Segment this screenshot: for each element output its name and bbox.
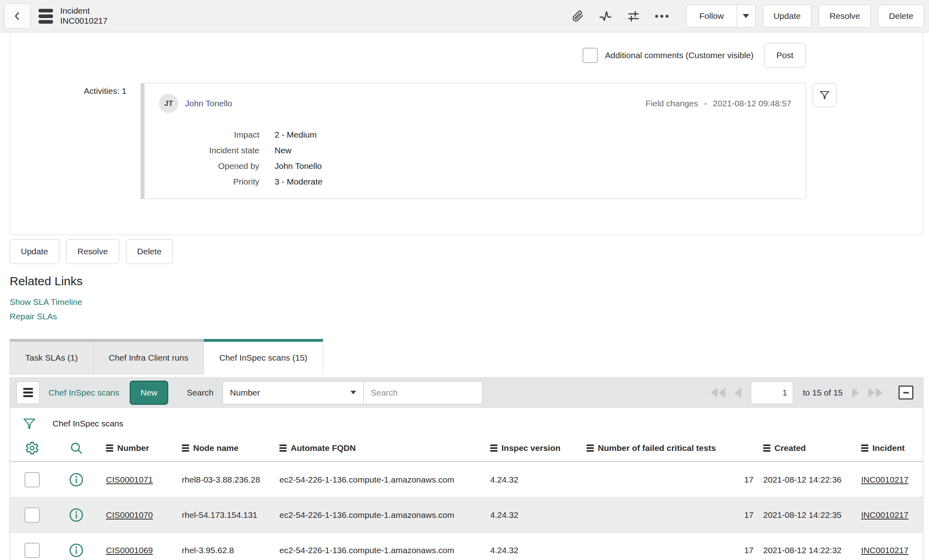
breadcrumb-all-label[interactable]: Chef InSpec scans <box>53 419 123 428</box>
funnel-icon <box>819 89 830 101</box>
incident-link[interactable]: INC0010217 <box>861 475 909 484</box>
follow-split-button: Follow <box>686 4 756 28</box>
list-pagination: to 15 of 15 <box>711 381 913 404</box>
inspec-version-cell: 4.24.32 <box>481 475 581 485</box>
activity-meta: Field changes • 2021-08-12 09:48:57 <box>646 99 791 108</box>
row-checkbox[interactable] <box>24 472 40 487</box>
automate-fqdn-cell: ec2-54-226-1-136.compute-1.amazonaws.com <box>275 510 481 520</box>
list-toolbar: Chef InSpec scans New Search Number to 1… <box>10 378 923 408</box>
inspec-version-cell: 4.24.32 <box>481 546 581 555</box>
first-page-button[interactable] <box>711 388 725 398</box>
incident-form-section: Additional comments (Customer visible) P… <box>10 32 923 235</box>
additional-comments-checkbox[interactable] <box>583 48 598 63</box>
personalize-list-gear-icon[interactable] <box>10 441 54 455</box>
filter-funnel-icon[interactable] <box>22 416 37 431</box>
meta-separator-dot: • <box>705 100 707 107</box>
row-info-icon[interactable] <box>54 507 98 523</box>
search-field-select[interactable]: Number <box>222 381 364 404</box>
list-header-row: Number Node name Automate FQDN Inspec ve… <box>10 435 923 462</box>
field-changes-list: Impact 2 - Medium Incident state New Ope… <box>159 130 791 187</box>
related-links-section: Related Links Show SLA Timeline Repair S… <box>10 274 929 321</box>
chef-inspec-scans-panel: Chef InSpec scans New Search Number to 1… <box>10 377 923 560</box>
field-value: 3 - Moderate <box>275 177 322 187</box>
search-label: Search <box>187 388 214 398</box>
row-checkbox[interactable] <box>24 507 40 523</box>
tab-task-slas[interactable]: Task SLAs (1) <box>10 339 94 374</box>
automate-fqdn-cell: ec2-54-226-1-136.compute-1.amazonaws.com <box>275 475 481 485</box>
new-button[interactable]: New <box>130 381 168 405</box>
header-delete-button[interactable]: Delete <box>878 4 924 28</box>
column-header-failed-critical-tests[interactable]: Number of failed critical tests <box>581 443 758 453</box>
list-breadcrumb-row: Chef InSpec scans <box>10 408 923 435</box>
scan-number-link[interactable]: CIS0001071 <box>106 475 153 484</box>
activity-filter-button[interactable] <box>813 83 837 107</box>
tab-chef-inspec-scans[interactable]: Chef InSpec scans (15) <box>204 339 323 374</box>
update-button[interactable]: Update <box>10 239 59 264</box>
table-row: CIS0001069 rhel-3.95.62.8 ec2-54-226-1-1… <box>10 533 923 560</box>
resolve-button[interactable]: Resolve <box>66 239 119 264</box>
search-field-selected-value: Number <box>230 388 260 398</box>
field-change-row: Opened by John Tonello <box>159 161 791 171</box>
last-page-button[interactable] <box>868 388 882 398</box>
scan-number-link[interactable]: CIS0001069 <box>106 546 153 555</box>
column-menu-icon <box>106 444 113 452</box>
column-header-number[interactable]: Number <box>98 443 172 453</box>
previous-page-button[interactable] <box>735 388 741 398</box>
pagination-range-text: to 15 of 15 <box>803 388 843 398</box>
back-button[interactable] <box>4 3 31 29</box>
next-page-button[interactable] <box>852 388 859 398</box>
row-checkbox[interactable] <box>24 543 40 558</box>
follow-button[interactable]: Follow <box>687 5 737 27</box>
activity-author[interactable]: John Tonello <box>185 99 232 108</box>
incident-link[interactable]: INC0010217 <box>861 546 909 555</box>
collapse-list-button[interactable] <box>898 386 913 400</box>
activity-stream-icon[interactable] <box>599 10 612 22</box>
field-label: Incident state <box>159 146 259 155</box>
node-name-cell: rhel8-03-3.88.236.28 <box>172 475 275 485</box>
chevron-left-icon <box>12 11 22 21</box>
tab-chef-infra-client-runs[interactable]: Chef Infra Client runs <box>93 339 204 374</box>
repair-slas-link[interactable]: Repair SLAs <box>10 312 57 321</box>
created-cell: 2021-08-12 14:22:36 <box>758 475 853 485</box>
activity-timestamp: 2021-08-12 09:48:57 <box>713 99 791 108</box>
delete-button[interactable]: Delete <box>126 239 173 264</box>
show-sla-timeline-link[interactable]: Show SLA Timeline <box>10 297 82 307</box>
incident-link[interactable]: INC0010217 <box>861 510 909 519</box>
column-menu-icon <box>182 444 189 452</box>
column-menu-icon <box>763 444 770 452</box>
column-header-incident[interactable]: Incident <box>853 443 923 453</box>
row-info-icon[interactable] <box>54 542 98 558</box>
header-update-button[interactable]: Update <box>763 4 812 28</box>
list-title[interactable]: Chef InSpec scans <box>49 388 119 398</box>
field-label: Priority <box>159 177 259 187</box>
personalize-form-icon[interactable] <box>627 10 640 22</box>
additional-comments-row: Additional comments (Customer visible) P… <box>10 32 923 68</box>
activities-count-label: Activities: 1 <box>10 83 126 199</box>
header-resolve-button[interactable]: Resolve <box>819 4 871 28</box>
form-context-menu-icon[interactable] <box>39 9 53 24</box>
column-header-created[interactable]: Created <box>758 443 853 453</box>
column-header-inspec-version[interactable]: Inspec version <box>481 443 581 453</box>
table-row: CIS0001071 rhel8-03-3.88.236.28 ec2-54-2… <box>10 462 923 497</box>
more-options-icon[interactable] <box>655 15 668 18</box>
field-value: New <box>275 146 291 155</box>
column-menu-icon <box>279 444 287 452</box>
column-search-icon[interactable] <box>54 441 98 455</box>
post-button[interactable]: Post <box>764 43 806 68</box>
follow-dropdown-button[interactable] <box>737 5 755 27</box>
page-number-input[interactable] <box>751 381 793 404</box>
column-header-automate-fqdn[interactable]: Automate FQDN <box>275 443 481 453</box>
scan-number-link[interactable]: CIS0001070 <box>106 510 153 519</box>
node-name-cell: rhel-54.173.154.131 <box>172 510 275 520</box>
automate-fqdn-cell: ec2-54-226-1-136.compute-1.amazonaws.com <box>275 546 481 555</box>
column-menu-icon <box>490 444 497 452</box>
list-context-menu-button[interactable] <box>16 381 40 404</box>
attachment-icon[interactable] <box>572 10 584 22</box>
field-change-row: Impact 2 - Medium <box>159 130 791 140</box>
field-change-row: Priority 3 - Moderate <box>159 177 791 187</box>
column-header-node-name[interactable]: Node name <box>172 443 275 453</box>
activity-entry-card: JT John Tonello Field changes • 2021-08-… <box>141 83 806 199</box>
search-input[interactable] <box>364 381 483 404</box>
record-number-label: INC0010217 <box>60 16 108 26</box>
row-info-icon[interactable] <box>54 472 98 488</box>
